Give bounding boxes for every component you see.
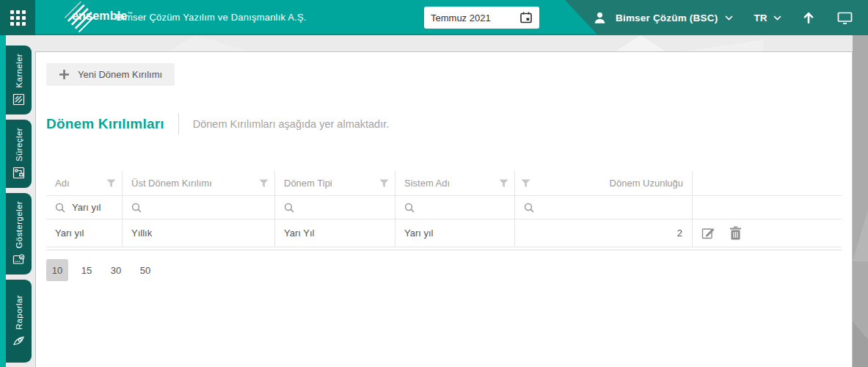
company-name: Bimser Çözüm Yazılım ve Danışmanlık A.Ş. [116, 0, 307, 35]
page-subtitle: Dönem Kırılımları aşağıda yer almaktadır… [193, 118, 390, 130]
page-size-50[interactable]: 50 [134, 259, 156, 281]
period-breakdowns-table: Adı Üst Dönem Kırılımı Dönem Tipi Sistem… [46, 171, 842, 250]
sidebar-item-gostergeler[interactable]: Göstergeler [6, 193, 32, 275]
filter-funnel-icon[interactable] [499, 179, 508, 188]
filter-funnel-icon[interactable] [521, 179, 530, 188]
cell-sistem-adi: Yarı yıl [395, 219, 514, 247]
filter-input-donem-uzunlugu-2[interactable] [541, 202, 653, 213]
trash-icon [729, 226, 742, 240]
page-title: Dönem Kırılımları [46, 116, 164, 132]
column-header-sistem-adi[interactable]: Sistem Adı [395, 171, 514, 196]
user-menu[interactable]: Bimser Çözüm (BSC) [616, 12, 718, 23]
new-period-breakdown-label: Yeni Dönem Kırılımı [78, 69, 162, 80]
background-triangle [165, 35, 253, 53]
filter-input-ust-donem[interactable] [148, 202, 244, 213]
column-header-donem-uzunlugu[interactable]: Dönem Uzunluğu [514, 171, 692, 196]
filter-cell-ust-donem [122, 196, 274, 219]
column-header-label: Dönem Uzunluğu [610, 178, 686, 189]
column-header-ust-donem-kirilimi[interactable]: Üst Dönem Kırılımı [122, 171, 274, 196]
column-header-actions [692, 171, 842, 196]
cell-adi: Yarı yıl [46, 219, 122, 247]
period-date-picker[interactable]: Temmuz 2021 [424, 7, 539, 29]
filter-funnel-icon[interactable] [106, 179, 116, 188]
filter-input-donem-uzunlugu[interactable] [421, 202, 493, 213]
filter-funnel-icon[interactable] [379, 179, 389, 188]
sidebar-item-label: Süreçler [15, 128, 23, 161]
upload-arrow-button[interactable] [802, 11, 815, 24]
chevron-down-icon[interactable] [773, 15, 781, 21]
filter-cell-donem-tipi [274, 196, 395, 219]
column-header-label: Sistem Adı [404, 178, 450, 189]
topbar: ensemble™ Bimser Çözüm Yazılım ve Danışm… [0, 0, 868, 35]
calendar-icon[interactable] [519, 11, 533, 24]
search-icon [131, 203, 142, 213]
sidebar-item-raporlar[interactable]: Raporlar [6, 280, 32, 363]
search-icon [404, 203, 415, 213]
sidebar-item-karneler[interactable]: Karneler [6, 46, 32, 115]
main-panel: Yeni Dönem Kırılımı Dönem Kırılımları Dö… [35, 51, 853, 367]
apps-grid-icon [10, 10, 26, 26]
delete-button[interactable] [729, 226, 742, 240]
table-filter-row [46, 196, 842, 219]
report-icon [12, 335, 25, 347]
sidebar-item-surecler[interactable]: Süreçler [6, 120, 32, 188]
process-icon [12, 167, 25, 179]
search-icon [55, 203, 65, 213]
filter-funnel-icon[interactable] [259, 179, 269, 188]
app-launcher-button[interactable] [0, 0, 35, 35]
filter-cell-donem-uzunlugu [514, 196, 692, 219]
column-header-label: Üst Dönem Kırılımı [131, 178, 212, 189]
title-row: Dönem Kırılımları Dönem Kırılımları aşağ… [46, 113, 842, 135]
background-facet [853, 210, 868, 261]
filter-input-adi[interactable] [72, 202, 114, 213]
page-size-30[interactable]: 30 [105, 259, 127, 281]
sidebar: Karneler Süreçler Göstergeler Raporlar [6, 46, 32, 363]
sidebar-item-label: Göstergeler [15, 201, 23, 248]
table-row: Yarı yıl Yıllık Yarı Yıl Yarı yıl 2 [46, 219, 842, 247]
column-header-label: Adı [55, 178, 70, 189]
sidebar-rail [0, 35, 6, 367]
page-size-selector: 10 15 30 50 [46, 259, 842, 281]
topbar-right-section: Bimser Çözüm (BSC) TR [565, 0, 868, 35]
sidebar-item-label: Karneler [15, 54, 23, 88]
filter-cell-sistem-adi [395, 196, 514, 219]
table-bottom-border [46, 250, 842, 250]
filter-cell-actions [692, 196, 842, 219]
language-selector[interactable]: TR [754, 12, 767, 23]
sidebar-item-label: Raporlar [15, 295, 23, 330]
plus-icon [59, 69, 70, 80]
filter-cell-adi [46, 196, 122, 219]
cell-donem-tipi: Yarı Yıl [274, 219, 395, 247]
user-icon [593, 11, 607, 25]
cell-donem-uzunlugu: 2 [514, 219, 692, 247]
monitor-button[interactable] [837, 11, 853, 25]
column-header-label: Dönem Tipi [284, 178, 332, 189]
background-right-strip [853, 35, 868, 367]
filter-input-donem-tipi[interactable] [301, 202, 373, 213]
page-size-15[interactable]: 15 [76, 259, 98, 281]
column-header-donem-tipi[interactable]: Dönem Tipi [274, 171, 395, 196]
date-picker-value: Temmuz 2021 [431, 12, 491, 23]
edit-icon [701, 226, 715, 240]
search-icon [284, 203, 294, 213]
new-period-breakdown-button[interactable]: Yeni Dönem Kırılımı [46, 63, 175, 86]
search-icon [524, 203, 534, 213]
column-header-adi[interactable]: Adı [46, 171, 122, 196]
edit-button[interactable] [701, 226, 715, 240]
scorecard-icon [12, 93, 25, 106]
page-size-10[interactable]: 10 [46, 259, 68, 281]
indicator-icon [12, 253, 25, 266]
background-facet [853, 321, 868, 367]
chevron-down-icon[interactable] [725, 15, 733, 21]
cell-ust-donem: Yıllık [122, 219, 274, 247]
cell-actions [692, 219, 842, 247]
table-header-row: Adı Üst Dönem Kırılımı Dönem Tipi Sistem… [46, 171, 842, 196]
title-divider [178, 113, 179, 135]
